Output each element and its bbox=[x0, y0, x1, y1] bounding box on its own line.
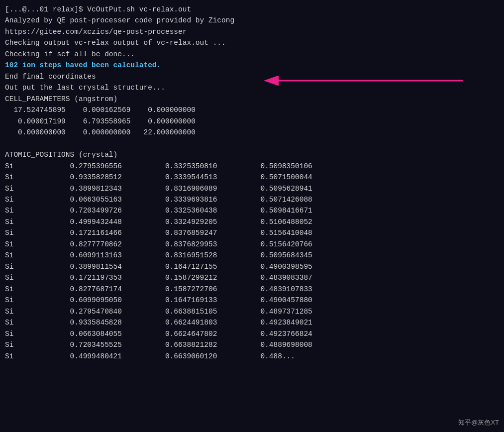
output-line-6: End final coordinates bbox=[5, 71, 499, 82]
atomic-row-2: Si 0.9335828512 0.3339544513 0.507150004… bbox=[5, 172, 499, 183]
atomic-row-8: Si 0.8277770862 0.8376829953 0.515642076… bbox=[5, 239, 499, 250]
output-line-5-highlight: 102 ion steps haved been calculated. bbox=[5, 60, 499, 71]
atomic-row-9: Si 0.6099113163 0.8316951528 0.509568434… bbox=[5, 250, 499, 261]
atomic-row-15: Si 0.9335845828 0.6624491803 0.492384902… bbox=[5, 317, 499, 328]
watermark-text: 知乎@灰色XT bbox=[458, 418, 499, 427]
atomic-positions-header: ATOMIC_POSITIONS (crystal) bbox=[5, 149, 499, 160]
output-line-3: Checking output vc-relax output of vc-re… bbox=[5, 37, 499, 48]
cell-row-1: 17.524745895 0.000162569 0.000000000 bbox=[5, 105, 499, 115]
output-line-7: Out put the last crystal structure... bbox=[5, 82, 499, 93]
atomic-row-4: Si 0.0663055163 0.3339693816 0.507142608… bbox=[5, 194, 499, 205]
atomic-row-10: Si 0.3899811554 0.1647127155 0.490039859… bbox=[5, 261, 499, 272]
output-line-4: Checking if scf all be done... bbox=[5, 49, 499, 60]
atomic-row-18: Si 0.4999480421 0.6639060120 0.488... bbox=[5, 351, 499, 362]
atomic-row-16: Si 0.0663084055 0.6624647802 0.492376682… bbox=[5, 328, 499, 339]
atomic-row-5: Si 0.7203499726 0.3325360438 0.509841667… bbox=[5, 205, 499, 216]
cell-row-3: 0.000000000 0.000000000 22.000000000 bbox=[5, 127, 499, 138]
cell-row-2: 0.000017199 6.793558965 0.000000000 bbox=[5, 116, 499, 127]
terminal-window: [...@...01 relax]$ VcOutPut.sh vc-relax.… bbox=[0, 0, 504, 432]
output-line-1: Analyzed by QE post-processer code provi… bbox=[5, 15, 499, 26]
blank-line bbox=[5, 138, 499, 149]
atomic-row-3: Si 0.3899812343 0.8316906089 0.509562894… bbox=[5, 183, 499, 194]
atomic-row-12: Si 0.8277687174 0.1587272706 0.483910783… bbox=[5, 284, 499, 295]
atomic-row-14: Si 0.2795470840 0.6638815105 0.489737128… bbox=[5, 306, 499, 317]
atomic-row-6: Si 0.4999432448 0.3324929205 0.510648805… bbox=[5, 216, 499, 227]
atomic-row-11: Si 0.1721197353 0.1587299212 0.483908338… bbox=[5, 272, 499, 283]
command-line: [...@...01 relax]$ VcOutPut.sh vc-relax.… bbox=[5, 4, 499, 15]
output-line-2: https://gitee.com/xczics/qe-post-process… bbox=[5, 26, 499, 37]
atomic-row-13: Si 0.6099095050 0.1647169133 0.490045788… bbox=[5, 295, 499, 306]
atomic-row-17: Si 0.7203455525 0.6638821282 0.488969800… bbox=[5, 339, 499, 350]
output-line-8: CELL_PARAMETERS (angstrom) bbox=[5, 94, 499, 105]
atomic-row-7: Si 0.1721161466 0.8376859247 0.515641004… bbox=[5, 227, 499, 238]
atomic-row-1: Si 0.2795396556 0.3325350810 0.509835010… bbox=[5, 161, 499, 172]
